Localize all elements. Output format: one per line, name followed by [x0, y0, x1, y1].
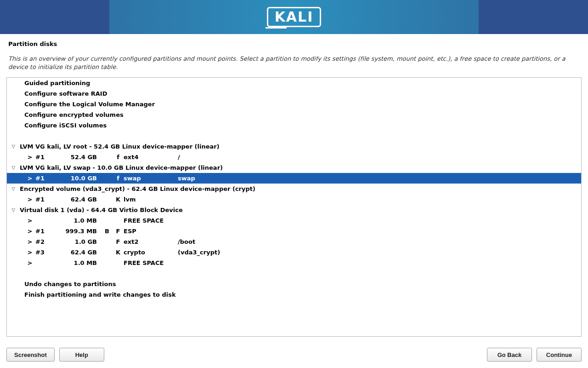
partition-caret: > — [24, 217, 35, 224]
action-undo-changes[interactable]: Undo changes to partitions — [7, 279, 581, 289]
disclosure-triangle-icon: ▽ — [10, 165, 17, 170]
partition-fs: ESP — [124, 228, 178, 235]
partition-f2: F — [113, 228, 124, 235]
disclosure-triangle-icon: ▽ — [10, 144, 17, 149]
partition-num: #2 — [35, 238, 63, 245]
partition-caret: > — [24, 259, 35, 266]
partition-caret: > — [24, 196, 35, 203]
list-item-label: Configure iSCSI volumes — [24, 122, 107, 129]
list-item-label: Configure software RAID — [24, 90, 107, 97]
partition-fs: FREE SPACE — [124, 259, 178, 266]
partition-caret: > — [24, 175, 35, 182]
partition-num: #3 — [35, 249, 63, 256]
partition-size: 52.4 GB — [63, 154, 102, 161]
kali-logo-underline — [266, 27, 287, 29]
kali-logo-text: KALI — [275, 9, 314, 25]
device-header-label: Encrypted volume (vda3_crypt) - 62.4 GB … — [20, 185, 255, 192]
content-area: This is an overview of your currently co… — [0, 51, 588, 337]
partition-size: 1.0 GB — [63, 238, 102, 245]
action-configure-encrypted[interactable]: Configure encrypted volumes — [7, 109, 581, 120]
list-item-label: Undo changes to partitions — [24, 281, 116, 288]
action-finish-partitioning[interactable]: Finish partitioning and write changes to… — [7, 289, 581, 300]
partition-mnt: swap — [178, 175, 270, 182]
device-header[interactable]: ▽LVM VG kali, LV root - 52.4 GB Linux de… — [7, 141, 581, 152]
partition-row[interactable]: >#162.4 GBKlvm — [7, 194, 581, 205]
action-configure-lvm[interactable]: Configure the Logical Volume Manager — [7, 99, 581, 109]
disclosure-triangle-icon: ▽ — [10, 207, 17, 213]
disclosure-triangle-icon: ▽ — [10, 186, 17, 191]
header-center: KALI — [109, 0, 479, 34]
kali-logo: KALI — [267, 7, 322, 27]
partition-caret: > — [24, 249, 35, 256]
partition-f2: K — [113, 196, 124, 203]
partition-list[interactable]: Guided partitioning Configure software R… — [6, 77, 582, 337]
device-header[interactable]: ▽Encrypted volume (vda3_crypt) - 62.4 GB… — [7, 184, 581, 194]
partition-fs: FREE SPACE — [124, 217, 178, 224]
action-guided-partitioning[interactable]: Guided partitioning — [7, 78, 581, 88]
partition-f2: f — [113, 175, 124, 182]
device-header-label: LVM VG kali, LV swap - 10.0 GB Linux dev… — [20, 164, 223, 171]
partition-f2: f — [113, 154, 124, 161]
action-configure-raid[interactable]: Configure software RAID — [7, 88, 581, 99]
list-spacer — [7, 131, 581, 141]
partition-mnt: (vda3_crypt) — [178, 249, 270, 256]
device-header-label: Virtual disk 1 (vda) - 64.4 GB Virtio Bl… — [20, 207, 183, 213]
partition-size: 999.3 MB — [63, 228, 102, 235]
partition-size: 1.0 MB — [63, 259, 102, 266]
partition-caret: > — [24, 228, 35, 235]
action-configure-iscsi[interactable]: Configure iSCSI volumes — [7, 120, 581, 131]
list-item-label: Configure the Logical Volume Manager — [24, 101, 155, 108]
partition-f2: K — [113, 249, 124, 256]
partition-mnt: /boot — [178, 238, 270, 245]
page-title: Partition disks — [0, 34, 588, 51]
list-item-label: Configure encrypted volumes — [24, 111, 124, 118]
screenshot-button[interactable]: Screenshot — [6, 348, 55, 362]
partition-caret: > — [24, 238, 35, 245]
partition-fs: lvm — [124, 196, 178, 203]
partition-size: 10.0 GB — [63, 175, 102, 182]
help-button[interactable]: Help — [59, 348, 104, 362]
go-back-button[interactable]: Go Back — [487, 348, 532, 362]
partition-num: #1 — [35, 196, 63, 203]
device-header-label: LVM VG kali, LV root - 52.4 GB Linux dev… — [20, 143, 220, 150]
partition-f2: F — [113, 238, 124, 245]
list-item-label: Guided partitioning — [24, 80, 90, 86]
partition-row[interactable]: >1.0 MBFREE SPACE — [7, 258, 581, 268]
partition-row[interactable]: >#152.4 GBfext4/ — [7, 152, 581, 162]
partition-size: 1.0 MB — [63, 217, 102, 224]
partition-num: #1 — [35, 154, 63, 161]
partition-caret: > — [24, 154, 35, 161]
partition-row[interactable]: >1.0 MBFREE SPACE — [7, 215, 581, 226]
partition-f1: B — [102, 228, 113, 235]
partition-row[interactable]: >#362.4 GBKcrypto(vda3_crypt) — [7, 247, 581, 258]
partition-row[interactable]: >#110.0 GBfswapswap — [7, 173, 581, 184]
partition-mnt: / — [178, 154, 270, 161]
list-item-label: Finish partitioning and write changes to… — [24, 291, 176, 298]
continue-button[interactable]: Continue — [537, 348, 582, 362]
partition-row[interactable]: >#21.0 GBFext2/boot — [7, 236, 581, 247]
partition-fs: ext2 — [124, 238, 178, 245]
partition-fs: swap — [124, 175, 178, 182]
partition-size: 62.4 GB — [63, 249, 102, 256]
partition-fs: crypto — [124, 249, 178, 256]
header-banner: KALI — [0, 0, 588, 34]
instructions-text: This is an overview of your currently co… — [6, 51, 582, 77]
device-header[interactable]: ▽Virtual disk 1 (vda) - 64.4 GB Virtio B… — [7, 205, 581, 215]
partition-fs: ext4 — [124, 154, 178, 161]
list-spacer — [7, 268, 581, 279]
partition-num: #1 — [35, 175, 63, 182]
partition-num: #1 — [35, 228, 63, 235]
partition-size: 62.4 GB — [63, 196, 102, 203]
device-header[interactable]: ▽LVM VG kali, LV swap - 10.0 GB Linux de… — [7, 162, 581, 173]
partition-row[interactable]: >#1999.3 MBBFESP — [7, 226, 581, 236]
footer-bar: Screenshot Help Go Back Continue — [0, 342, 588, 368]
